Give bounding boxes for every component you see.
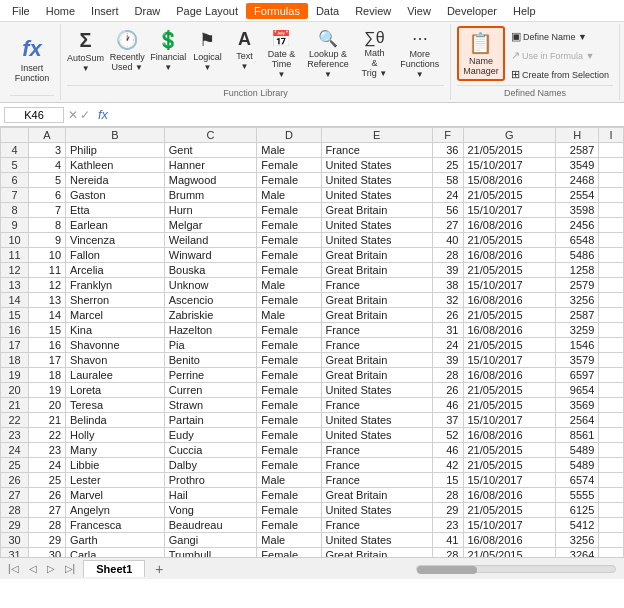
row-number[interactable]: 12: [1, 263, 29, 278]
cell-f[interactable]: 28: [432, 488, 463, 503]
cell-h[interactable]: 2564: [556, 413, 599, 428]
menu-formulas[interactable]: Formulas: [246, 3, 308, 19]
cell-g[interactable]: 21/05/2015: [463, 308, 556, 323]
cell-a[interactable]: 21: [29, 413, 66, 428]
cell-i[interactable]: [599, 488, 624, 503]
cell-d[interactable]: Female: [257, 548, 321, 558]
cell-a[interactable]: 6: [29, 188, 66, 203]
cell-i[interactable]: [599, 173, 624, 188]
cell-f[interactable]: 58: [432, 173, 463, 188]
cell-f[interactable]: 42: [432, 458, 463, 473]
cell-f[interactable]: 32: [432, 293, 463, 308]
cell-h[interactable]: 3256: [556, 533, 599, 548]
cell-b[interactable]: Earlean: [66, 218, 165, 233]
cell-h[interactable]: 2579: [556, 278, 599, 293]
cell-d[interactable]: Male: [257, 278, 321, 293]
cell-d[interactable]: Female: [257, 218, 321, 233]
cell-g[interactable]: 15/10/2017: [463, 353, 556, 368]
cell-g[interactable]: 21/05/2015: [463, 383, 556, 398]
row-number[interactable]: 16: [1, 323, 29, 338]
cell-e[interactable]: Great Britain: [321, 368, 432, 383]
row-number[interactable]: 29: [1, 518, 29, 533]
cell-i[interactable]: [599, 368, 624, 383]
cell-f[interactable]: 24: [432, 188, 463, 203]
cell-b[interactable]: Belinda: [66, 413, 165, 428]
row-number[interactable]: 31: [1, 548, 29, 558]
cell-e[interactable]: France: [321, 398, 432, 413]
menu-help[interactable]: Help: [505, 3, 544, 19]
cell-g[interactable]: 16/08/2016: [463, 488, 556, 503]
cell-i[interactable]: [599, 383, 624, 398]
cell-i[interactable]: [599, 428, 624, 443]
cell-b[interactable]: Libbie: [66, 458, 165, 473]
cell-i[interactable]: [599, 338, 624, 353]
cell-a[interactable]: 23: [29, 443, 66, 458]
cell-f[interactable]: 46: [432, 398, 463, 413]
cell-g[interactable]: 21/05/2015: [463, 143, 556, 158]
menu-home[interactable]: Home: [38, 3, 83, 19]
row-number[interactable]: 20: [1, 383, 29, 398]
cell-e[interactable]: United States: [321, 233, 432, 248]
cell-a[interactable]: 22: [29, 428, 66, 443]
cell-c[interactable]: Brumm: [164, 188, 257, 203]
cell-d[interactable]: Female: [257, 503, 321, 518]
row-number[interactable]: 27: [1, 488, 29, 503]
cell-a[interactable]: 14: [29, 308, 66, 323]
recently-used-button[interactable]: 🕐 RecentlyUsed ▼: [107, 26, 147, 75]
cell-c[interactable]: Unknow: [164, 278, 257, 293]
cell-d[interactable]: Female: [257, 293, 321, 308]
use-in-formula-button[interactable]: ↗ Use in Formula ▼: [507, 47, 613, 64]
next-sheet-arrow[interactable]: ▷: [43, 562, 59, 575]
cell-h[interactable]: 2587: [556, 143, 599, 158]
row-number[interactable]: 6: [1, 173, 29, 188]
cell-e[interactable]: Great Britain: [321, 308, 432, 323]
cell-c[interactable]: Beaudreau: [164, 518, 257, 533]
cell-g[interactable]: 21/05/2015: [463, 263, 556, 278]
cell-c[interactable]: Benito: [164, 353, 257, 368]
cell-e[interactable]: United States: [321, 428, 432, 443]
cell-g[interactable]: 16/08/2016: [463, 323, 556, 338]
cell-f[interactable]: 31: [432, 323, 463, 338]
cell-e[interactable]: Great Britain: [321, 263, 432, 278]
cell-e[interactable]: Great Britain: [321, 548, 432, 558]
cell-g[interactable]: 15/10/2017: [463, 473, 556, 488]
cell-i[interactable]: [599, 503, 624, 518]
sheet-tab-sheet1[interactable]: Sheet1: [83, 560, 145, 577]
cell-b[interactable]: Lester: [66, 473, 165, 488]
cell-c[interactable]: Weiland: [164, 233, 257, 248]
cell-h[interactable]: 3264: [556, 548, 599, 558]
cell-d[interactable]: Male: [257, 143, 321, 158]
cell-i[interactable]: [599, 533, 624, 548]
cell-b[interactable]: Marvel: [66, 488, 165, 503]
col-header-g[interactable]: G: [463, 128, 556, 143]
cell-d[interactable]: Female: [257, 428, 321, 443]
autosum-button[interactable]: Σ AutoSum▼: [65, 26, 106, 76]
prev-sheet-arrow[interactable]: ◁: [25, 562, 41, 575]
cell-b[interactable]: Nereida: [66, 173, 165, 188]
cell-c[interactable]: Vong: [164, 503, 257, 518]
row-number[interactable]: 7: [1, 188, 29, 203]
cell-d[interactable]: Female: [257, 173, 321, 188]
col-header-a[interactable]: A: [29, 128, 66, 143]
cell-h[interactable]: 5486: [556, 248, 599, 263]
cell-a[interactable]: 28: [29, 518, 66, 533]
cell-d[interactable]: Male: [257, 533, 321, 548]
cell-d[interactable]: Female: [257, 488, 321, 503]
cell-d[interactable]: Female: [257, 203, 321, 218]
cell-e[interactable]: United States: [321, 383, 432, 398]
row-number[interactable]: 5: [1, 158, 29, 173]
cell-e[interactable]: United States: [321, 188, 432, 203]
row-number[interactable]: 13: [1, 278, 29, 293]
cell-d[interactable]: Female: [257, 383, 321, 398]
cell-h[interactable]: 5412: [556, 518, 599, 533]
row-number[interactable]: 28: [1, 503, 29, 518]
menu-data[interactable]: Data: [308, 3, 347, 19]
cell-b[interactable]: Gaston: [66, 188, 165, 203]
cell-e[interactable]: United States: [321, 158, 432, 173]
cell-e[interactable]: Great Britain: [321, 248, 432, 263]
cell-h[interactable]: 5489: [556, 458, 599, 473]
cell-b[interactable]: Fallon: [66, 248, 165, 263]
cell-g[interactable]: 21/05/2015: [463, 338, 556, 353]
cell-b[interactable]: Philip: [66, 143, 165, 158]
menu-view[interactable]: View: [399, 3, 439, 19]
